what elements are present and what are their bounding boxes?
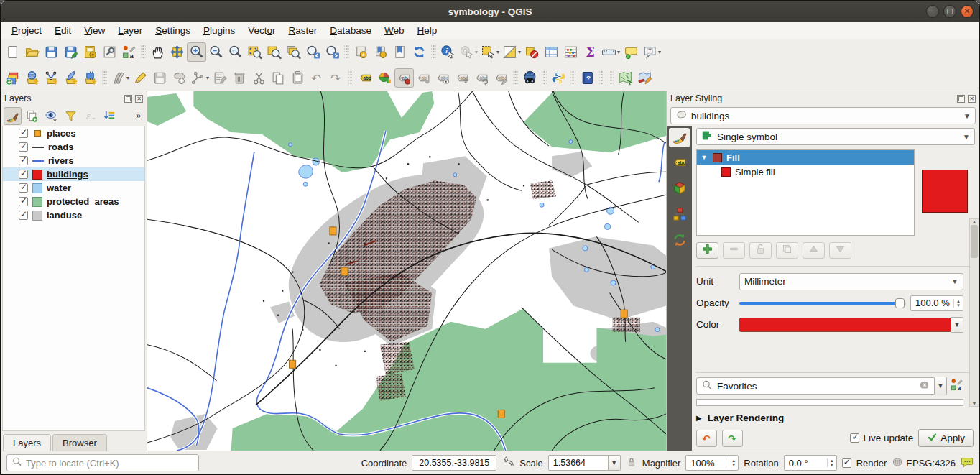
labels-tab-button[interactable]: abc (669, 154, 690, 173)
lock-icon[interactable] (626, 456, 637, 470)
panel-float-icon[interactable] (124, 95, 132, 103)
lock-color-button[interactable] (749, 242, 772, 259)
tab-browser[interactable]: Browser (52, 434, 107, 451)
modify-attributes-button[interactable] (211, 68, 230, 88)
plugin-map-button[interactable] (616, 68, 635, 88)
menu-view[interactable]: View (78, 24, 111, 37)
menu-layer[interactable]: Layer (111, 24, 149, 37)
help-contents-button[interactable]: ? (578, 68, 597, 88)
symbology-tab-button[interactable] (669, 128, 690, 147)
new-geopackage-layer-button[interactable] (22, 68, 42, 88)
measure-button[interactable]: ▾ (600, 42, 621, 62)
layer-row-buildings[interactable]: buildings (3, 167, 144, 181)
paste-features-button[interactable] (288, 68, 308, 88)
spin-arrows-icon[interactable]: ▲▼ (953, 299, 963, 308)
expand-collapse-all-button[interactable] (101, 107, 119, 125)
history-tab-button[interactable] (669, 231, 690, 251)
menu-settings[interactable]: Settings (149, 24, 197, 37)
layer-row-places[interactable]: places (3, 126, 144, 140)
layer-row-landuse[interactable]: landuse (3, 208, 144, 222)
menu-web[interactable]: Web (378, 24, 411, 37)
apply-button[interactable]: Apply (918, 429, 974, 447)
layer-labeling-options-button[interactable]: abc (356, 68, 375, 88)
zoom-out-button[interactable] (206, 42, 226, 62)
tab-layers[interactable]: Layers (3, 434, 51, 451)
renderer-select[interactable]: Single symbol ▼ (696, 128, 975, 145)
panel-close-icon[interactable]: ✕ (135, 95, 143, 103)
zoom-to-selection-button[interactable] (264, 42, 284, 62)
redo-style-button[interactable]: ↷ (722, 430, 743, 447)
duplicate-symbol-layer-button[interactable] (776, 242, 798, 259)
opacity-slider[interactable] (739, 295, 906, 311)
locator-box[interactable] (6, 454, 199, 471)
zoom-last-button[interactable] (303, 42, 323, 62)
clear-icon[interactable] (918, 379, 930, 393)
new-project-button[interactable] (3, 42, 22, 62)
panel-float-icon[interactable] (957, 95, 965, 103)
text-annotation-button[interactable]: T▾ (641, 42, 662, 62)
live-update-checkbox[interactable]: Live update (850, 433, 913, 443)
metasearch-button[interactable] (520, 68, 540, 88)
menu-project[interactable]: Project (5, 24, 48, 37)
style-manager-button[interactable]: a (119, 42, 139, 62)
rotation-spinbox[interactable]: 0.0 ° ▲▼ (784, 455, 837, 471)
delete-selected-button[interactable] (230, 68, 249, 88)
scrollbar-thumb[interactable] (971, 225, 978, 258)
layer-visibility-checkbox[interactable] (19, 142, 28, 152)
magnifier-spinbox[interactable]: 100% ▲▼ (685, 455, 739, 471)
cut-features-button[interactable] (249, 68, 269, 88)
identify-features-button[interactable]: i (438, 42, 458, 62)
current-edits-button[interactable]: ▾ (109, 68, 131, 88)
undo-button[interactable]: ↶ (308, 68, 327, 88)
plugin-map-tools-button[interactable] (635, 68, 655, 88)
layer-row-water[interactable]: water (3, 181, 144, 195)
zoom-to-layer-button[interactable] (284, 42, 303, 62)
locator-input[interactable] (26, 458, 194, 469)
highlight-pinned-labels-button[interactable]: ab (414, 68, 433, 88)
coordinate-box[interactable]: 20.5355,-33.9815 (412, 455, 496, 471)
redo-button[interactable]: ↷ (327, 68, 346, 88)
layer-visibility-checkbox[interactable] (19, 211, 28, 220)
color-swatch-button[interactable] (739, 318, 951, 332)
show-layout-manager-button[interactable] (100, 42, 119, 62)
scale-dropdown-button[interactable]: ▼ (609, 455, 621, 471)
layer-visibility-checkbox[interactable] (19, 156, 28, 165)
symbol-search-box[interactable]: Favorites (696, 377, 935, 395)
checkbox-icon[interactable] (850, 433, 859, 443)
move-label-button[interactable]: abc (453, 68, 472, 88)
symbol-tree-fill-row[interactable]: ▼ Fill (697, 150, 914, 165)
refresh-map-button[interactable] (410, 42, 429, 62)
save-project-as-button[interactable] (61, 42, 80, 62)
select-by-value-button[interactable]: ▾ (501, 42, 522, 62)
manage-map-themes-button[interactable] (42, 107, 60, 125)
add-group-button[interactable] (23, 107, 41, 125)
toggle-editing-button[interactable] (131, 68, 150, 88)
pin-unpin-labels-button[interactable]: ab (394, 68, 414, 88)
style-manager-icon[interactable]: a (950, 378, 963, 395)
zoom-in-button[interactable] (187, 42, 206, 62)
messages-icon[interactable] (961, 456, 974, 471)
close-button[interactable]: ✕ (961, 5, 974, 18)
add-symbol-layer-button[interactable] (696, 242, 718, 259)
open-layer-styling-button[interactable] (4, 107, 22, 125)
scrollbar[interactable]: ▲▼ (969, 218, 979, 407)
minimize-button[interactable]: − (926, 5, 939, 18)
layer-rendering-section[interactable]: ▶ Layer Rendering (696, 412, 975, 423)
panel-close-icon[interactable]: ✕ (968, 95, 976, 103)
save-project-button[interactable] (42, 42, 61, 62)
python-console-button[interactable] (549, 68, 568, 88)
rotate-label-button[interactable]: abc (472, 68, 491, 88)
expander-icon[interactable]: ▼ (700, 154, 708, 161)
pan-map-button[interactable] (148, 42, 167, 62)
layer-diagram-options-button[interactable] (375, 68, 394, 88)
diagrams-tab-button[interactable] (669, 206, 690, 225)
zoom-full-button[interactable] (245, 42, 264, 62)
show-bookmarks-button[interactable] (390, 42, 410, 62)
copy-features-button[interactable] (269, 68, 288, 88)
styling-layer-select[interactable]: buildings ▼ (670, 107, 976, 124)
move-up-button[interactable] (803, 242, 825, 259)
scale-combo[interactable]: 1:53664 ▼ (548, 455, 621, 471)
new-print-layout-button[interactable] (80, 42, 100, 62)
open-attribute-table-button[interactable] (542, 42, 561, 62)
3d-view-tab-button[interactable] (669, 180, 690, 199)
